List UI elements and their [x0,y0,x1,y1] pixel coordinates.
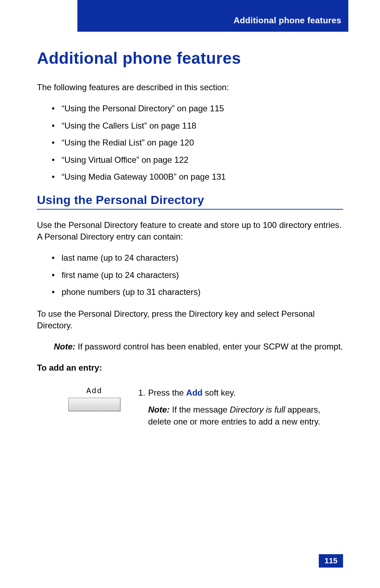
document-page: Additional phone features Additional pho… [0,0,380,588]
note-pre: If the message [170,405,230,414]
running-header: Additional phone features [234,16,341,25]
directory-field-list: last name (up to 24 characters) first na… [37,252,343,298]
page-content: Additional phone features The following … [37,0,343,427]
step-text: 1. Press the Add soft key. Note: If the … [138,387,343,427]
list-item: first name (up to 24 characters) [52,270,343,281]
header-tab: Additional phone features [77,0,348,32]
directory-use-paragraph: To use the Personal Directory, press the… [37,308,343,331]
toc-item: “Using Virtual Office” on page 122 [52,154,343,166]
note-label: Note: [148,405,170,414]
softkey-button [68,398,120,411]
step-text-post: soft key. [203,388,236,397]
toc-list: “Using the Personal Directory” on page 1… [37,103,343,182]
toc-item: “Using the Redial List” on page 120 [52,137,343,148]
toc-item: “Using Media Gateway 1000B” on page 131 [52,171,343,182]
note-block: Note: If password control has been enabl… [37,341,343,352]
list-item: phone numbers (up to 31 characters) [52,286,343,298]
procedure-heading: To add an entry: [37,363,343,373]
page-title: Additional phone features [37,49,343,68]
step-text-pre: Press the [148,388,186,397]
intro-paragraph: The following features are described in … [37,82,343,93]
softkey-label: Add [86,387,102,396]
page-number: 115 [319,554,343,568]
note-text: Note: If password control has been enabl… [54,341,343,352]
toc-item: “Using the Personal Directory” on page 1… [52,103,343,114]
step-number: 1. [138,387,148,399]
section-intro: Use the Personal Directory feature to cr… [37,219,343,242]
step-note: Note: If the message Directory is full a… [138,404,343,427]
step-line: 1. Press the Add soft key. [138,387,343,399]
note-body: If password control has been enabled, en… [75,342,343,351]
note-label: Note: [54,342,75,351]
list-item: last name (up to 24 characters) [52,252,343,264]
softkey-name: Add [186,388,203,397]
step-row: Add 1. Press the Add soft key. Note: If … [37,387,343,427]
toc-item: “Using the Callers List” on page 118 [52,120,343,131]
note-message: Directory is full [230,405,285,414]
softkey-illustration: Add [64,387,124,411]
section-title: Using the Personal Directory [37,193,343,210]
